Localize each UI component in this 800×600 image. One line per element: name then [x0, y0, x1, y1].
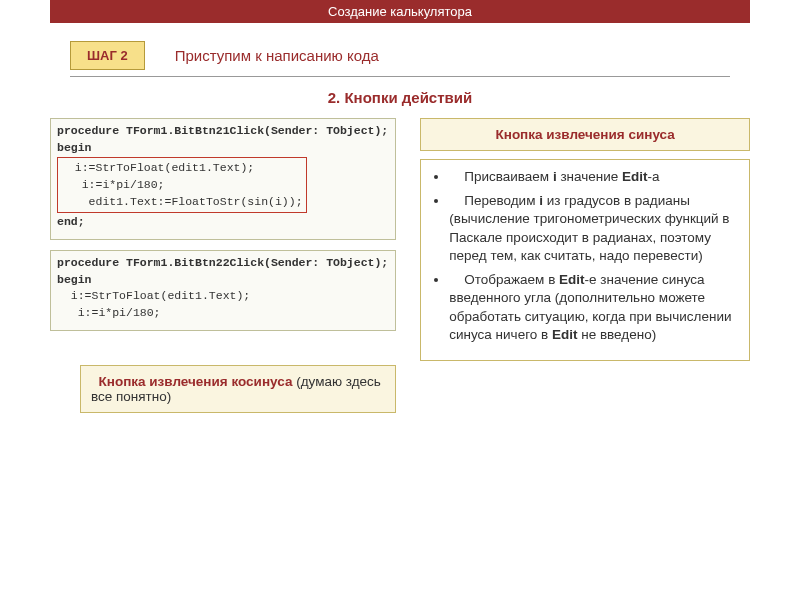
page-header: Создание калькулятора	[50, 0, 750, 23]
callout-sin: Кнопка извлечения синуса	[420, 118, 750, 151]
step-text: Приступим к написанию кода	[175, 47, 379, 64]
note-item: Переводим i из градусов в радианы (вычис…	[449, 192, 739, 265]
code-line: procedure TForm1.BitBtn21Click(Sender: T…	[57, 124, 388, 137]
code-highlight: i:=StrToFloat(edit1.Text); i:=i*pi/180; …	[57, 157, 307, 213]
code-block-cos: procedure TForm1.BitBtn22Click(Sender: T…	[50, 250, 396, 331]
code-line: begin	[57, 141, 92, 154]
code-line: end;	[57, 215, 85, 228]
callout-cos: Кнопка извлечения косинуса (думаю здесь …	[80, 365, 396, 413]
notes-box: Присваиваем i значение Edit-а Переводим …	[420, 159, 750, 361]
code-line: i:=StrToFloat(edit1.Text);	[57, 289, 250, 302]
code-line: procedure TForm1.BitBtn22Click(Sender: T…	[57, 256, 388, 269]
code-block-sin: procedure TForm1.BitBtn21Click(Sender: T…	[50, 118, 396, 240]
note-item: Присваиваем i значение Edit-а	[449, 168, 739, 186]
step-badge: ШАГ 2	[70, 41, 145, 70]
code-line: begin	[57, 273, 92, 286]
section-title: 2. Кнопки действий	[0, 89, 800, 106]
callout-cos-lead: Кнопка извлечения косинуса	[99, 374, 293, 389]
divider	[70, 76, 730, 77]
callout-sin-text: Кнопка извлечения синуса	[495, 127, 674, 142]
step-row: ШАГ 2 Приступим к написанию кода	[70, 41, 730, 70]
note-item: Отображаем в Edit-е значение синуса введ…	[449, 271, 739, 344]
code-line: i:=i*pi/180;	[57, 306, 161, 319]
